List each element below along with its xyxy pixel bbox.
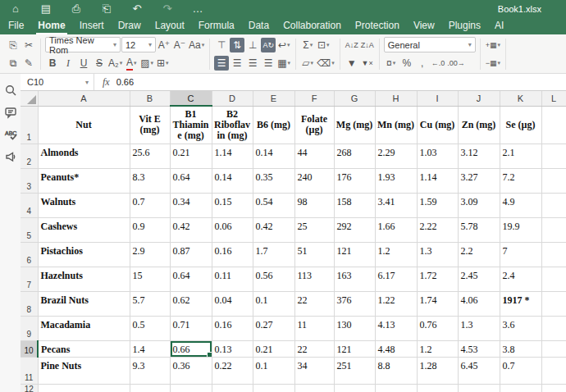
cell-B4[interactable]: 0.7 (130, 193, 170, 217)
cell-G8[interactable]: 376 (334, 291, 375, 316)
cell-K8[interactable]: 1917 * (500, 291, 541, 316)
cell-B1[interactable]: Vit E (mg) (130, 106, 170, 144)
cell-B9[interactable]: 0.5 (130, 316, 170, 340)
print-icon[interactable]: ⎙ (69, 0, 84, 18)
cell-K7[interactable]: 2.4 (500, 267, 541, 291)
cell-C5[interactable]: 0.42 (170, 217, 212, 242)
cell-F7[interactable]: 113 (294, 267, 334, 291)
cell-H12[interactable] (375, 384, 417, 392)
cell-G12[interactable] (334, 384, 375, 392)
cell-G9[interactable]: 130 (334, 316, 375, 340)
decrease-decimal-button[interactable]: .00→ (446, 56, 466, 71)
save-icon[interactable]: ▤ (39, 0, 53, 18)
cell-E12[interactable] (253, 384, 294, 392)
menu-insert[interactable]: Insert (78, 20, 106, 34)
cell-A2[interactable]: Almonds (38, 144, 130, 168)
cell-F11[interactable]: 34 (294, 357, 334, 384)
cell-E9[interactable]: 0.27 (253, 316, 294, 340)
cell-L6[interactable] (541, 242, 566, 267)
borders-button[interactable]: ⊞▾ (155, 56, 170, 71)
dropdown-arrow-icon[interactable]: ▾ (120, 60, 123, 66)
clear-filter-button[interactable]: ▼× (360, 56, 375, 71)
cell-E10[interactable]: 0.21 (253, 340, 294, 357)
cell-L12[interactable] (541, 384, 566, 392)
cell-H4[interactable]: 3.41 (375, 193, 417, 217)
cell-D10[interactable]: 0.13 (212, 340, 253, 357)
row-header-12[interactable]: 12 (21, 384, 38, 392)
cell-L3[interactable] (541, 168, 566, 193)
cell-D9[interactable]: 0.16 (212, 316, 253, 340)
cell-K5[interactable]: 19.9 (500, 217, 541, 242)
bold-button[interactable]: B (45, 56, 60, 71)
cell-H1[interactable]: Mn (mg) (375, 106, 417, 144)
cell-L11[interactable] (541, 357, 566, 384)
font-color-button[interactable]: A▾ (124, 56, 139, 71)
dropdown-arrow-icon[interactable]: ▾ (134, 60, 137, 66)
cell-G7[interactable]: 163 (334, 267, 375, 291)
cell-G4[interactable]: 158 (334, 193, 375, 217)
dropdown-arrow-icon[interactable]: ▾ (497, 60, 500, 66)
cell-J4[interactable]: 3.09 (458, 193, 500, 217)
cell-J2[interactable]: 3.12 (458, 144, 500, 168)
increase-font-button[interactable]: A⁺ (157, 38, 171, 52)
column-header-B[interactable]: B (130, 91, 170, 106)
cell-C9[interactable]: 0.71 (170, 316, 212, 340)
cell-F8[interactable]: 22 (294, 291, 334, 316)
cell-F12[interactable] (294, 384, 334, 392)
cell-J5[interactable]: 5.78 (458, 217, 500, 242)
menu-plugins[interactable]: Plugins (447, 20, 482, 34)
cell-F6[interactable]: 51 (294, 242, 334, 267)
cell-G5[interactable]: 292 (334, 217, 375, 242)
cell-C7[interactable]: 0.64 (170, 267, 212, 291)
cell-F10[interactable]: 22 (294, 340, 334, 357)
cell-K11[interactable]: 0.7 (500, 357, 541, 384)
format-painter-button[interactable]: ✎ (21, 56, 36, 71)
filter-button[interactable]: ▼ (345, 56, 359, 71)
cell-E2[interactable]: 0.14 (253, 144, 294, 168)
cell-C3[interactable]: 0.64 (170, 168, 212, 193)
cell-H10[interactable]: 4.48 (375, 340, 417, 357)
cell-A6[interactable]: Pistachios (38, 242, 130, 267)
cell-A8[interactable]: Brazil Nuts (38, 291, 130, 316)
copy-button[interactable]: ⧉ (6, 56, 21, 71)
cell-L7[interactable] (541, 267, 566, 291)
cell-I11[interactable]: 1.28 (417, 357, 458, 384)
cell-B10[interactable]: 1.4 (130, 340, 170, 357)
valign-bottom-button[interactable]: ⊥ (245, 38, 260, 52)
cell-J6[interactable]: 2.2 (458, 242, 500, 267)
decrease-font-button[interactable]: A⁻ (172, 38, 187, 52)
align-center-button[interactable]: ☰ (230, 56, 244, 71)
subscript-button[interactable]: A₂▾ (107, 56, 123, 71)
menu-protection[interactable]: Protection (354, 20, 401, 34)
search-icon[interactable] (4, 84, 17, 97)
menu-formula[interactable]: Formula (197, 20, 236, 34)
cell-C11[interactable]: 0.36 (170, 357, 212, 384)
cell-G10[interactable]: 121 (334, 340, 375, 357)
cell-I1[interactable]: Cu (mg) (417, 106, 458, 144)
cell-I6[interactable]: 1.3 (417, 242, 458, 267)
percent-button[interactable]: % (399, 56, 414, 71)
row-header-4[interactable]: 4 (21, 193, 38, 217)
cell-B6[interactable]: 2.9 (130, 242, 170, 267)
cell-K9[interactable]: 3.6 (500, 316, 541, 340)
column-header-L[interactable]: L (541, 91, 566, 106)
cell-H11[interactable]: 8.8 (375, 357, 417, 384)
cell-I3[interactable]: 1.14 (417, 168, 458, 193)
dropdown-arrow-icon[interactable]: ▾ (166, 60, 169, 66)
announcement-icon[interactable] (4, 150, 17, 163)
underline-button[interactable]: U (76, 56, 91, 71)
cell-B7[interactable]: 15 (130, 267, 170, 291)
chevron-down-icon[interactable]: ▾ (468, 41, 472, 48)
cell-J1[interactable]: Zn (mg) (458, 106, 500, 144)
cell-C10[interactable]: 0.66 (170, 340, 212, 357)
cell-I9[interactable]: 0.76 (417, 316, 458, 340)
cell-F5[interactable]: 25 (294, 217, 334, 242)
cell-G6[interactable]: 121 (334, 242, 375, 267)
spellcheck-icon[interactable]: ABC (4, 128, 17, 141)
cell-K4[interactable]: 4.9 (500, 193, 541, 217)
column-header-A[interactable]: A (38, 91, 130, 106)
cell-F3[interactable]: 240 (294, 168, 334, 193)
merge-cells-button[interactable]: ▦▾ (276, 56, 291, 71)
menu-layout[interactable]: Layout (153, 20, 186, 34)
select-all-corner[interactable] (21, 91, 38, 106)
